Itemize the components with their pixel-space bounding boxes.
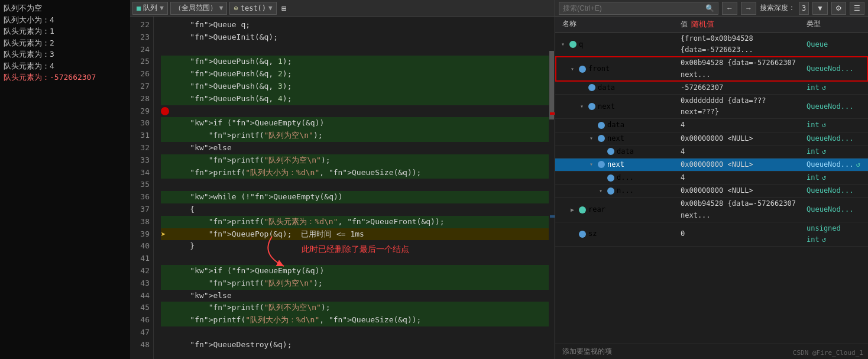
terminal-line: 队头元素为：1 [4,25,127,37]
debug-name-col: ▾next [560,132,678,145]
debug-var-name: next [607,159,624,170]
depth-label: 搜索深度： [760,3,795,13]
settings-button[interactable]: ⚙ [831,2,846,15]
terminal-line: 队头元素为：-572662307 [4,72,127,83]
code-line: "fn">printf("队列大小为：%d\n", "fn">QueueSize… [161,314,549,326]
debug-var-icon [579,66,586,73]
search-box[interactable]: 🔍 [559,2,718,15]
code-line: "fn">printf("队列不为空\n"); [161,302,549,314]
debug-row[interactable]: ▾next0x00000000 <NULL>QueueNod... [555,132,868,145]
debug-table[interactable]: ▾q{front=0x00b94528 {data=-5726623...Que… [555,33,868,344]
toolbar-queue-label: 队列 [143,3,157,13]
col-name: 名称 [560,18,678,31]
code-line [161,105,549,118]
refresh-icon[interactable]: ↺ [822,147,826,156]
expand-arrow[interactable]: ▾ [590,160,597,169]
debug-val-col: 0 [678,228,804,240]
debug-var-name: front [588,63,610,75]
debug-row[interactable]: ▾next0xdddddddd {data=??? next=???}Queue… [555,95,868,119]
debug-var-name: rear [588,204,605,215]
expand-arrow[interactable]: ▾ [590,134,597,143]
code-line: "fn">QueueDestroy(&q); [161,339,549,351]
debug-type-col: QueueNod... [804,132,863,145]
code-line: "fn">QueueInit(&q); [161,31,549,44]
scrollbar-thumb[interactable] [549,51,554,119]
code-lines: "fn">Queue q; "fn">QueueInit(&q); "fn">Q… [161,19,549,351]
refresh-icon[interactable]: ↺ [822,121,826,129]
debug-name-col: ▾next [560,159,678,171]
expand-arrow[interactable]: ▶ [571,205,578,215]
debug-type-col: QueueNod... [804,185,863,197]
editor-panel: ■ 队列 ▼ （全局范围） ▼ ⊙ test() ▼ ⊞ 22232425262… [130,0,555,359]
debug-name-col: ▾next [560,101,678,113]
debug-name-col: ▾n... [560,185,678,197]
debug-row[interactable]: ▶rear0x00b94528 {data=-572662307 next...… [555,198,868,222]
debug-var-name: n... [617,185,634,196]
debug-row[interactable]: ▾next0x00000000 <NULL>QueueNod...↺ [555,159,868,172]
debug-var-name: data [598,82,615,93]
debug-var-icon [588,103,595,110]
toolbar-function: ⊙ test() ▼ [229,2,276,15]
debug-row[interactable]: data-572662307int↺ [555,82,868,95]
debug-panel: 🔍 ← → 搜索深度： 3 ▼ ⚙ ☰ 名称 值 随机值 类型 ▾q{front… [555,0,868,359]
nav-back-button[interactable]: ← [722,2,737,15]
debug-type-col: QueueNod... [804,101,863,113]
code-line: "fn">printf("队列为空\n"); [161,277,549,290]
code-line: "kw">else [161,290,549,302]
code-content: "fn">Queue q; "fn">QueueInit(&q); "fn">Q… [154,17,549,359]
refresh-icon[interactable]: ↺ [856,160,860,169]
code-line [161,253,549,265]
refresh-icon[interactable]: ↺ [822,83,826,92]
debug-var-icon [607,148,614,155]
debug-row[interactable]: ▾front0x00b94528 {data=-572662307 next..… [555,57,868,81]
expand-arrow[interactable]: ▾ [580,102,587,111]
debug-type-col: QueueNod... [804,63,863,75]
nav-forward-button[interactable]: → [741,2,756,15]
debug-row[interactable]: ▾n...0x00000000 <NULL>QueueNod... [555,185,868,198]
debug-row[interactable]: data4int↺ [555,145,868,159]
terminal-line: 队列大小为：4 [4,14,127,26]
debug-row[interactable]: d...4int↺ [555,172,868,185]
split-button[interactable]: ⊞ [279,4,289,13]
debug-row[interactable]: ▾q{front=0x00b94528 {data=-5726623...Que… [555,33,868,57]
debug-type-col: int↺ [804,82,863,94]
expand-arrow[interactable]: ▾ [561,40,568,49]
debug-type-col: int↺ [804,172,863,184]
terminal-line: 队头元素为：2 [4,37,127,49]
vertical-scrollbar[interactable] [549,17,555,359]
col-type: 类型 [804,18,863,31]
debug-var-icon [579,206,586,214]
terminal-line: 队列不为空 [4,2,127,14]
refresh-icon[interactable]: ↺ [822,235,826,244]
debug-type-col: unsigned int↺ [804,222,863,246]
code-line: "kw">if ("fn">QueueEmpty(&q)) [161,117,549,130]
debug-val-col: 4 [678,172,804,184]
debug-var-icon [598,135,605,142]
debug-type-col: int↺ [804,145,863,158]
depth-arrow[interactable]: ▼ [812,2,828,15]
debug-val-col: 0x00000000 <NULL> [678,132,804,145]
terminal-panel: 队列不为空队列大小为：4队头元素为：1队头元素为：2队头元素为：3队头元素为：4… [0,0,130,359]
debug-val-col: 4 [678,119,804,131]
code-line [161,44,549,56]
debug-row[interactable]: data4int↺ [555,119,868,132]
toolbar-scope: （全局范围） ▼ [170,2,228,15]
debug-type-col: QueueNod...↺ [804,159,863,171]
expand-arrow[interactable]: ▾ [599,186,606,196]
expand-arrow[interactable]: ▾ [571,64,578,74]
debug-val-col: 4 [678,145,804,158]
line-numbers: 2223242526272829303132333435363738394041… [130,17,154,359]
code-line: "fn">QueuePush(&q, 3); [161,80,549,93]
search-input[interactable] [563,4,703,12]
terminal-line: 队头元素为：4 [4,60,127,72]
code-line [161,326,549,339]
code-line: "fn">printf("队头元素为：%d\n", "fn">QueueFron… [161,216,549,228]
debug-row[interactable]: sz0unsigned int↺ [555,222,868,247]
col-value: 值 随机值 [678,18,804,31]
csdn-watermark: CSDN @Fire_Cloud_1 [793,349,863,357]
columns-button[interactable]: ☰ [850,2,864,15]
refresh-icon[interactable]: ↺ [822,173,826,182]
code-line [161,179,549,191]
current-line-arrow: ➤ [161,230,169,238]
toolbar-file-icon: ■ 队列 ▼ [132,2,168,15]
